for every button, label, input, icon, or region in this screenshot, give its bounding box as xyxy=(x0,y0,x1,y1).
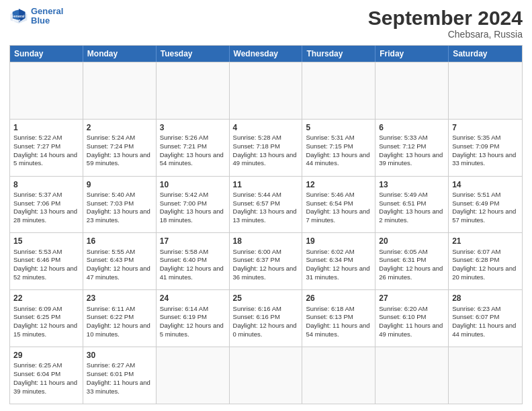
calendar-cell: 10Sunrise: 5:42 AMSunset: 7:00 PMDayligh… xyxy=(157,177,230,233)
sun-info: Sunrise: 5:51 AMSunset: 6:49 PMDaylight:… xyxy=(452,191,519,225)
header-cell-sunday: Sunday xyxy=(10,46,83,62)
calendar-cell: 14Sunrise: 5:51 AMSunset: 6:49 PMDayligh… xyxy=(449,177,522,233)
day-number: 24 xyxy=(160,293,226,304)
calendar-cell xyxy=(449,62,522,119)
calendar-cell xyxy=(302,62,375,119)
calendar-cell xyxy=(375,62,449,119)
sun-info: Sunrise: 5:22 AMSunset: 7:27 PMDaylight:… xyxy=(13,134,79,168)
calendar-row-3: 15Sunrise: 5:53 AMSunset: 6:46 PMDayligh… xyxy=(10,232,522,289)
sun-info: Sunrise: 6:25 AMSunset: 6:04 PMDaylight:… xyxy=(13,361,79,396)
day-number: 18 xyxy=(233,236,299,246)
day-number: 4 xyxy=(233,122,299,133)
calendar-cell: 25Sunrise: 6:16 AMSunset: 6:16 PMDayligh… xyxy=(230,290,303,347)
day-number: 16 xyxy=(87,236,152,246)
sun-info: Sunrise: 5:35 AMSunset: 7:09 PMDaylight:… xyxy=(452,134,519,168)
day-number: 7 xyxy=(452,122,519,133)
sun-info: Sunrise: 5:26 AMSunset: 7:21 PMDaylight:… xyxy=(160,134,226,168)
calendar-body: 1Sunrise: 5:22 AMSunset: 7:27 PMDaylight… xyxy=(10,62,522,404)
title-block: September 2024 Chebsara, Russia xyxy=(368,7,523,40)
day-number: 3 xyxy=(160,122,226,133)
calendar: SundayMondayTuesdayWednesdayThursdayFrid… xyxy=(9,45,523,404)
header-cell-monday: Monday xyxy=(83,46,157,62)
sun-info: Sunrise: 6:16 AMSunset: 6:16 PMDaylight:… xyxy=(233,305,299,339)
sun-info: Sunrise: 6:11 AMSunset: 6:22 PMDaylight:… xyxy=(87,305,152,339)
calendar-cell: 11Sunrise: 5:44 AMSunset: 6:57 PMDayligh… xyxy=(230,177,303,233)
day-number: 30 xyxy=(87,350,152,361)
header-cell-friday: Friday xyxy=(375,46,449,62)
day-number: 10 xyxy=(160,179,226,190)
calendar-row-2: 8Sunrise: 5:37 AMSunset: 7:06 PMDaylight… xyxy=(10,176,522,233)
sun-info: Sunrise: 5:40 AMSunset: 7:03 PMDaylight:… xyxy=(87,191,152,225)
calendar-cell xyxy=(375,347,449,404)
day-number: 8 xyxy=(13,179,79,190)
sun-info: Sunrise: 6:27 AMSunset: 6:01 PMDaylight:… xyxy=(87,361,152,396)
day-number: 26 xyxy=(306,293,371,304)
calendar-cell: 9Sunrise: 5:40 AMSunset: 7:03 PMDaylight… xyxy=(83,177,157,233)
day-number: 2 xyxy=(87,122,152,133)
calendar-cell: 16Sunrise: 5:55 AMSunset: 6:43 PMDayligh… xyxy=(83,233,157,289)
calendar-cell xyxy=(10,62,83,119)
calendar-cell: 6Sunrise: 5:33 AMSunset: 7:12 PMDaylight… xyxy=(375,120,449,176)
calendar-cell: 2Sunrise: 5:24 AMSunset: 7:24 PMDaylight… xyxy=(83,120,157,176)
calendar-row-0 xyxy=(10,62,522,119)
calendar-row-5: 29Sunrise: 6:25 AMSunset: 6:04 PMDayligh… xyxy=(10,347,522,404)
calendar-cell: 24Sunrise: 6:14 AMSunset: 6:19 PMDayligh… xyxy=(157,290,230,347)
calendar-cell: 23Sunrise: 6:11 AMSunset: 6:22 PMDayligh… xyxy=(83,290,157,347)
header-cell-saturday: Saturday xyxy=(449,46,522,62)
day-number: 17 xyxy=(160,236,226,246)
calendar-row-1: 1Sunrise: 5:22 AMSunset: 7:27 PMDaylight… xyxy=(10,119,522,176)
calendar-cell: 26Sunrise: 6:18 AMSunset: 6:13 PMDayligh… xyxy=(302,290,375,347)
sun-info: Sunrise: 5:44 AMSunset: 6:57 PMDaylight:… xyxy=(233,191,299,225)
sun-info: Sunrise: 5:46 AMSunset: 6:54 PMDaylight:… xyxy=(306,191,371,225)
sun-info: Sunrise: 6:20 AMSunset: 6:10 PMDaylight:… xyxy=(379,305,445,339)
logo: General Blue General Blue xyxy=(9,7,63,26)
day-number: 14 xyxy=(452,179,519,190)
day-number: 20 xyxy=(379,236,445,246)
calendar-cell xyxy=(302,347,375,404)
day-number: 11 xyxy=(233,179,299,190)
day-number: 22 xyxy=(13,293,79,304)
sun-info: Sunrise: 5:24 AMSunset: 7:24 PMDaylight:… xyxy=(87,134,152,168)
day-number: 12 xyxy=(306,179,371,190)
logo-text: General Blue xyxy=(31,7,63,26)
day-number: 27 xyxy=(379,293,445,304)
day-number: 13 xyxy=(379,179,445,190)
sun-info: Sunrise: 5:53 AMSunset: 6:46 PMDaylight:… xyxy=(13,248,79,282)
day-number: 5 xyxy=(306,122,371,133)
sun-info: Sunrise: 6:18 AMSunset: 6:13 PMDaylight:… xyxy=(306,305,371,339)
sun-info: Sunrise: 5:55 AMSunset: 6:43 PMDaylight:… xyxy=(87,248,152,282)
logo-icon: General Blue xyxy=(9,7,28,26)
sun-info: Sunrise: 6:00 AMSunset: 6:37 PMDaylight:… xyxy=(233,248,299,282)
day-number: 1 xyxy=(13,122,79,133)
header-cell-tuesday: Tuesday xyxy=(157,46,230,62)
svg-text:Blue: Blue xyxy=(13,18,21,22)
sun-info: Sunrise: 5:28 AMSunset: 7:18 PMDaylight:… xyxy=(233,134,299,168)
month-title: September 2024 xyxy=(368,7,523,29)
header: General Blue General Blue September 2024… xyxy=(9,7,523,40)
calendar-cell: 5Sunrise: 5:31 AMSunset: 7:15 PMDaylight… xyxy=(302,120,375,176)
calendar-cell xyxy=(83,62,157,119)
header-cell-thursday: Thursday xyxy=(302,46,375,62)
day-number: 21 xyxy=(452,236,519,246)
sun-info: Sunrise: 5:49 AMSunset: 6:51 PMDaylight:… xyxy=(379,191,445,225)
calendar-cell xyxy=(157,347,230,404)
sun-info: Sunrise: 6:05 AMSunset: 6:31 PMDaylight:… xyxy=(379,248,445,282)
calendar-cell xyxy=(449,347,522,404)
sun-info: Sunrise: 5:33 AMSunset: 7:12 PMDaylight:… xyxy=(379,134,445,168)
day-number: 9 xyxy=(87,179,152,190)
calendar-cell: 29Sunrise: 6:25 AMSunset: 6:04 PMDayligh… xyxy=(10,347,83,404)
sun-info: Sunrise: 5:37 AMSunset: 7:06 PMDaylight:… xyxy=(13,191,79,225)
sun-info: Sunrise: 6:14 AMSunset: 6:19 PMDaylight:… xyxy=(160,305,226,339)
calendar-cell: 1Sunrise: 5:22 AMSunset: 7:27 PMDaylight… xyxy=(10,120,83,176)
calendar-cell: 17Sunrise: 5:58 AMSunset: 6:40 PMDayligh… xyxy=(157,233,230,289)
calendar-cell: 20Sunrise: 6:05 AMSunset: 6:31 PMDayligh… xyxy=(375,233,449,289)
calendar-cell xyxy=(157,62,230,119)
calendar-cell: 3Sunrise: 5:26 AMSunset: 7:21 PMDaylight… xyxy=(157,120,230,176)
calendar-cell: 4Sunrise: 5:28 AMSunset: 7:18 PMDaylight… xyxy=(230,120,303,176)
calendar-row-4: 22Sunrise: 6:09 AMSunset: 6:25 PMDayligh… xyxy=(10,289,522,347)
sun-info: Sunrise: 6:07 AMSunset: 6:28 PMDaylight:… xyxy=(452,248,519,282)
sun-info: Sunrise: 5:31 AMSunset: 7:15 PMDaylight:… xyxy=(306,134,371,168)
sun-info: Sunrise: 6:23 AMSunset: 6:07 PMDaylight:… xyxy=(452,305,519,339)
calendar-cell: 19Sunrise: 6:02 AMSunset: 6:34 PMDayligh… xyxy=(302,233,375,289)
day-number: 29 xyxy=(13,350,79,361)
